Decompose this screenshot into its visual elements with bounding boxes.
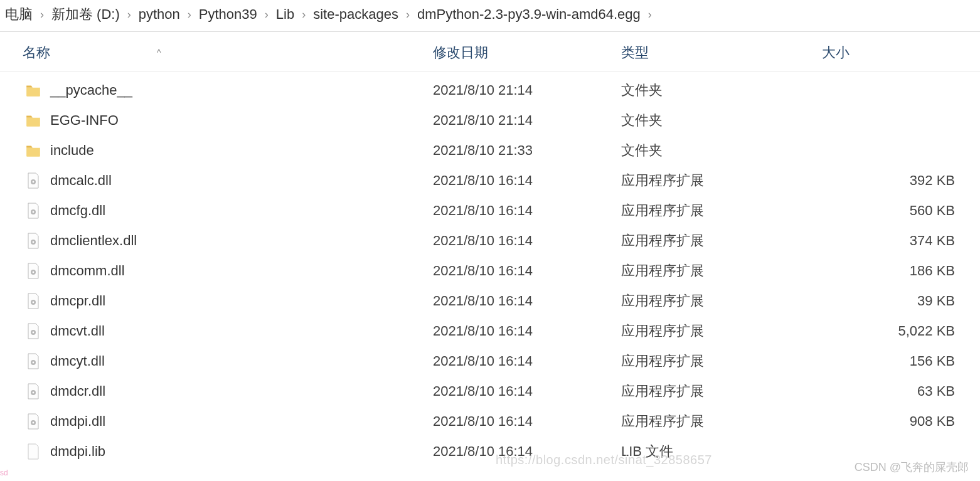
crumb-3[interactable]: Python39 — [196, 5, 260, 24]
file-type: 文件夹 — [616, 111, 817, 130]
file-name: __pycache__ — [50, 82, 132, 98]
file-row[interactable]: dmdpi.dll2021/8/10 16:14应用程序扩展908 KB — [0, 406, 980, 436]
file-name: dmcpr.dll — [50, 293, 105, 309]
column-header-type[interactable]: 类型 — [621, 45, 649, 60]
file-size: 186 KB — [817, 263, 980, 279]
chevron-right-icon: › — [188, 8, 191, 21]
chevron-right-icon: › — [648, 8, 652, 21]
svg-point-7 — [33, 272, 35, 273]
file-row[interactable]: dmcyt.dll2021/8/10 16:14应用程序扩展156 KB — [0, 346, 980, 376]
file-name: dmdpi.dll — [50, 413, 105, 430]
chevron-right-icon: › — [127, 8, 131, 21]
file-type: 应用程序扩展 — [616, 201, 817, 220]
file-type: 应用程序扩展 — [616, 352, 817, 371]
dll-file-icon — [25, 171, 41, 190]
watermark-sd: sd — [0, 468, 8, 477]
svg-point-3 — [33, 211, 35, 213]
folder-icon — [25, 81, 41, 100]
dll-file-icon — [25, 231, 41, 250]
file-name: dmclientlex.dll — [50, 233, 137, 249]
file-type: 应用程序扩展 — [616, 412, 817, 431]
file-row[interactable]: dmdpi.lib2021/8/10 16:14LIB 文件 — [0, 436, 980, 467]
file-date: 2021/8/10 16:14 — [428, 233, 616, 249]
sort-ascending-icon[interactable]: ^ — [157, 48, 161, 58]
svg-point-13 — [33, 362, 35, 364]
dll-file-icon — [25, 292, 41, 310]
crumb-1[interactable]: 新加卷 (D:) — [49, 4, 122, 25]
file-name: dmdcr.dll — [50, 383, 105, 399]
chevron-right-icon: › — [302, 8, 306, 21]
file-date: 2021/8/10 16:14 — [428, 203, 616, 219]
file-size: 63 KB — [817, 383, 980, 399]
column-headers: 名称 ^ 修改日期 类型 大小 — [0, 32, 980, 71]
explorer-window: 电脑 › 新加卷 (D:) › python › Python39 › Lib … — [0, 0, 980, 481]
file-type: 文件夹 — [616, 81, 817, 100]
file-type: 应用程序扩展 — [616, 231, 817, 250]
dll-file-icon — [25, 262, 41, 280]
file-date: 2021/8/10 21:14 — [428, 112, 616, 129]
svg-point-5 — [33, 241, 35, 243]
file-type: 应用程序扩展 — [616, 292, 817, 310]
chevron-right-icon: › — [40, 8, 44, 21]
svg-point-11 — [33, 332, 35, 334]
file-row[interactable]: include2021/8/10 21:33文件夹 — [0, 135, 980, 166]
file-size: 156 KB — [817, 353, 980, 369]
column-header-size[interactable]: 大小 — [822, 45, 850, 60]
folder-icon — [25, 141, 41, 160]
chevron-right-icon: › — [406, 8, 410, 21]
file-date: 2021/8/10 21:33 — [428, 142, 616, 159]
column-header-name[interactable]: 名称 — [23, 43, 50, 62]
file-date: 2021/8/10 21:14 — [428, 82, 616, 98]
svg-point-9 — [33, 302, 35, 304]
file-size: 392 KB — [817, 172, 980, 189]
file-type: 应用程序扩展 — [616, 322, 817, 341]
dll-file-icon — [25, 322, 41, 341]
svg-point-1 — [33, 181, 35, 183]
file-row[interactable]: dmcfg.dll2021/8/10 16:14应用程序扩展560 KB — [0, 196, 980, 226]
file-name: include — [50, 142, 94, 159]
file-row[interactable]: dmcalc.dll2021/8/10 16:14应用程序扩展392 KB — [0, 166, 980, 196]
file-row[interactable]: dmcomm.dll2021/8/10 16:14应用程序扩展186 KB — [0, 256, 980, 286]
file-row[interactable]: __pycache__2021/8/10 21:14文件夹 — [0, 75, 980, 105]
file-date: 2021/8/10 16:14 — [428, 323, 616, 339]
file-date: 2021/8/10 16:14 — [428, 413, 616, 430]
crumb-6[interactable]: dmPython-2.3-py3.9-win-amd64.egg — [415, 5, 643, 24]
file-row[interactable]: dmcpr.dll2021/8/10 16:14应用程序扩展39 KB — [0, 286, 980, 316]
file-date: 2021/8/10 16:14 — [428, 263, 616, 279]
crumb-0[interactable]: 电脑 — [3, 4, 35, 25]
file-row[interactable]: dmdcr.dll2021/8/10 16:14应用程序扩展63 KB — [0, 376, 980, 406]
file-row[interactable]: dmclientlex.dll2021/8/10 16:14应用程序扩展374 … — [0, 226, 980, 256]
file-date: 2021/8/10 16:14 — [428, 383, 616, 399]
column-header-date[interactable]: 修改日期 — [433, 45, 488, 60]
file-name: dmcalc.dll — [50, 172, 112, 189]
file-row[interactable]: EGG-INFO2021/8/10 21:14文件夹 — [0, 105, 980, 135]
file-size: 374 KB — [817, 233, 980, 249]
file-size: 908 KB — [817, 413, 980, 430]
file-type: LIB 文件 — [616, 442, 817, 461]
dll-file-icon — [25, 352, 41, 371]
file-name: dmdpi.lib — [50, 443, 105, 460]
file-size: 39 KB — [817, 293, 980, 309]
file-name: dmcomm.dll — [50, 263, 125, 279]
crumb-2[interactable]: python — [136, 5, 183, 24]
crumb-5[interactable]: site-packages — [311, 5, 401, 24]
folder-icon — [25, 111, 41, 130]
file-name: EGG-INFO — [50, 112, 119, 129]
dll-file-icon — [25, 382, 41, 401]
file-type: 应用程序扩展 — [616, 171, 817, 190]
file-date: 2021/8/10 16:14 — [428, 293, 616, 309]
dll-file-icon — [25, 201, 41, 220]
crumb-4[interactable]: Lib — [274, 5, 297, 24]
file-date: 2021/8/10 16:14 — [428, 172, 616, 189]
file-date: 2021/8/10 16:14 — [428, 443, 616, 460]
breadcrumb[interactable]: 电脑 › 新加卷 (D:) › python › Python39 › Lib … — [0, 0, 980, 32]
chevron-right-icon: › — [265, 8, 269, 21]
file-row[interactable]: dmcvt.dll2021/8/10 16:14应用程序扩展5,022 KB — [0, 316, 980, 346]
file-size: 560 KB — [817, 203, 980, 219]
dll-file-icon — [25, 412, 41, 431]
file-type: 文件夹 — [616, 141, 817, 160]
generic-file-icon — [25, 442, 41, 461]
file-date: 2021/8/10 16:14 — [428, 353, 616, 369]
svg-point-17 — [33, 422, 35, 424]
svg-point-15 — [33, 392, 35, 394]
